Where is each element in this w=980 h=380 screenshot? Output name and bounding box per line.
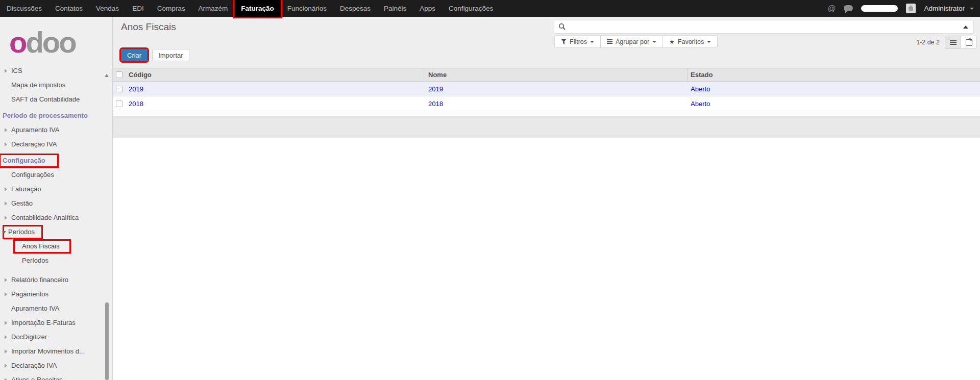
filters-button[interactable]: Filtros [554,35,601,48]
star-icon: ★ [669,39,675,45]
sidebar-item-contabilidade-analitica[interactable]: Contabilidade Analítica [0,211,112,225]
column-header-nome[interactable]: Nome [424,68,688,81]
create-button[interactable]: Criar [121,49,148,61]
control-panel: Anos Fiscais Criar Importar Filtros Agru… [113,17,980,68]
menu-armazem[interactable]: Armazém [191,0,234,17]
column-header-label: Estado [691,71,713,79]
form-view-button[interactable] [961,36,977,49]
content-gray-band [113,116,980,138]
menu-funcionarios[interactable]: Funcionários [281,0,333,17]
sidebar-item-gestao[interactable]: Gestão [0,196,112,211]
menu-edi[interactable]: EDI [126,0,151,17]
chevron-right-icon [5,335,7,339]
menu-configuracoes[interactable]: Configurações [442,0,500,17]
import-button[interactable]: Importar [152,49,189,61]
sidebar-scroll-up-icon[interactable] [105,74,109,77]
main-content: Anos Fiscais Criar Importar Filtros Agru… [113,17,980,380]
chevron-right-icon [5,321,7,325]
sidebar-item-ativos-e-receitas[interactable]: Ativos e Receitas [0,373,112,380]
table-row-2018[interactable]: 2018 2018 Aberto [113,96,980,111]
sidebar-item-configuracoes[interactable]: Configurações [0,168,112,182]
column-header-estado[interactable]: Estado [688,68,980,81]
sidebar-item-label: Faturação [11,185,41,193]
sidebar-item-relatorio-financeiro[interactable]: Relatório financeiro [0,273,112,287]
at-sign-icon[interactable]: @ [827,0,836,17]
menu-discussoes[interactable]: Discussões [0,0,48,17]
select-all-checkbox[interactable] [116,71,122,78]
sidebar: odoo ICS Mapa de impostos SAFT da Contab… [0,17,113,380]
group-by-button[interactable]: Agrupar por [600,35,663,48]
table-header-row: Código Nome Estado [113,68,980,82]
chevron-right-icon [5,69,7,73]
sidebar-item-faturacao[interactable]: Faturação [0,182,112,196]
menu-paineis[interactable]: Painéis [377,0,413,17]
menu-apps[interactable]: Apps [413,0,442,17]
search-input[interactable] [566,20,963,33]
menu-despesas[interactable]: Despesas [333,0,377,17]
user-avatar[interactable] [906,4,916,13]
sidebar-item-mapa-de-impostos[interactable]: Mapa de impostos [0,78,112,92]
menu-faturacao[interactable]: Faturação [234,0,281,17]
sidebar-item-declaracao-iva-2[interactable]: Declaração IVA [0,359,112,373]
column-header-codigo[interactable]: Código [126,68,424,81]
list-view-button[interactable] [945,36,961,49]
cell-link[interactable]: 2019 [428,85,443,93]
sidebar-item-declaracao-iva[interactable]: Declaração IVA [0,137,112,151]
favorites-button-label: Favoritos [678,38,704,45]
usage-progress-bar[interactable] [861,5,898,12]
column-header-label: Código [129,71,152,79]
cell-link[interactable]: 2018 [129,100,143,108]
row-checkbox[interactable] [116,86,122,92]
edit-pencil-icon [966,39,972,46]
sidebar-item-periodos[interactable]: Períodos [0,225,112,239]
sidebar-item-importacao-e-faturas[interactable]: Importação E-Faturas [0,316,112,330]
caret-down-icon [970,8,974,10]
caret-down-icon [590,41,594,43]
chevron-right-icon [5,142,7,146]
cell-estado[interactable]: Aberto [688,82,980,96]
chevron-right-icon [5,201,7,206]
sidebar-item-docdigitizer[interactable]: DocDigitizer [0,330,112,344]
sidebar-item-label: SAFT da Contabilidade [11,95,80,103]
cell-codigo[interactable]: 2019 [126,82,424,96]
table-row-2019[interactable]: 2019 2019 Aberto [113,82,980,96]
chevron-right-icon [5,128,7,132]
cell-link[interactable]: 2018 [428,100,443,108]
chat-bubble-icon[interactable] [844,5,853,11]
sidebar-item-saft-contabilidade[interactable]: SAFT da Contabilidade [0,92,112,107]
top-navigation-bar: Discussões Contatos Vendas EDI Compras A… [0,0,980,17]
cell-codigo[interactable]: 2018 [126,96,424,111]
sidebar-item-anos-fiscais[interactable]: Anos Fiscais [0,239,112,254]
chevron-right-icon [5,292,7,296]
user-menu-label[interactable]: Administrator [924,5,965,12]
sidebar-item-periodos-sub[interactable]: Períodos [0,254,112,268]
sidebar-item-label: Configurações [11,171,54,179]
sidebar-scrollbar[interactable] [105,302,109,380]
chevron-right-icon [5,364,7,368]
sidebar-item-label: Apuramento IVA [11,305,59,312]
search-icon [558,23,566,31]
sidebar-item-label: Ativos e Receitas [11,376,62,380]
cell-nome[interactable]: 2018 [424,96,688,111]
sidebar-item-pagamentos[interactable]: Pagamentos [0,287,112,301]
sidebar-item-apuramento-iva[interactable]: Apuramento IVA [0,123,112,137]
search-box[interactable] [554,20,974,34]
sidebar-item-ics[interactable]: ICS [0,64,112,78]
cell-nome[interactable]: 2019 [424,82,688,96]
view-switcher [945,36,977,49]
menu-compras[interactable]: Compras [151,0,192,17]
sidebar-item-apuramento-iva-2[interactable]: Apuramento IVA [0,301,112,316]
row-checkbox[interactable] [116,100,122,107]
sidebar-item-label: Relatório financeiro [11,276,68,284]
cell-estado[interactable]: Aberto [688,96,980,111]
page-title: Anos Fiscais [121,21,176,33]
cell-link[interactable]: 2019 [129,85,143,93]
sidebar-item-label: Pagamentos [11,290,48,298]
sidebar-item-importar-movimentos[interactable]: Importar Movimentos d... [0,344,112,359]
favorites-button[interactable]: ★ Favoritos [663,35,718,48]
sidebar-item-label: ICS [11,67,22,74]
fiscal-years-list: Código Nome Estado 2019 2019 Aberto 2018… [113,68,980,138]
search-expand-caret-icon[interactable] [963,26,968,29]
menu-contatos[interactable]: Contatos [48,0,89,17]
menu-vendas[interactable]: Vendas [89,0,126,17]
